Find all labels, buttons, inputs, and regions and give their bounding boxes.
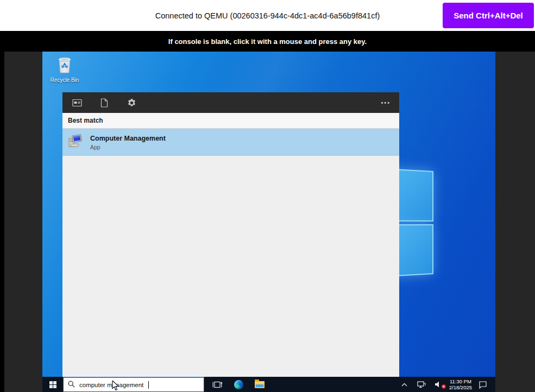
start-search-flyout: ••• Best match Compu xyxy=(62,92,399,377)
connection-title: Connected to QEMU (00260316-944c-4dc1-ac… xyxy=(155,11,380,20)
start-button[interactable] xyxy=(42,377,63,392)
best-match-section-header: Best match xyxy=(62,113,399,129)
notice-text: If console is blank, click it with a mou… xyxy=(168,37,367,46)
result-subtitle: App xyxy=(90,144,166,150)
tray-time: 11:30 PM xyxy=(449,378,472,384)
volume-muted-icon[interactable]: ✕ xyxy=(432,381,444,388)
documents-filter-icon[interactable] xyxy=(98,98,110,108)
chevron-up-icon[interactable] xyxy=(399,383,411,387)
recycle-bin-icon xyxy=(55,66,74,75)
taskbar-search-input[interactable]: computer management xyxy=(63,377,204,392)
best-match-label: Best match xyxy=(68,117,103,124)
settings-filter-icon[interactable] xyxy=(125,98,137,108)
taskbar-pinned-icons xyxy=(211,377,266,392)
text-caret xyxy=(148,381,149,389)
clock[interactable]: 11:30 PM 2/18/2025 xyxy=(449,378,472,390)
taskbar: computer management xyxy=(42,377,495,392)
send-ctrl-alt-del-button[interactable]: Send Ctrl+Alt+Del xyxy=(443,3,534,28)
result-title: Computer Management xyxy=(90,135,166,142)
search-results-empty-area xyxy=(62,156,399,377)
network-icon[interactable] xyxy=(416,381,427,388)
result-text: Computer Management App xyxy=(90,135,166,150)
recycle-bin-shortcut[interactable]: Recycle Bin xyxy=(48,54,81,83)
windows-logo-icon xyxy=(49,381,56,388)
search-query-text: computer management xyxy=(79,382,143,388)
search-icon xyxy=(68,380,75,390)
task-view-icon[interactable] xyxy=(211,381,223,389)
vm-console[interactable]: Recycle Bin xyxy=(42,52,495,392)
edge-icon[interactable] xyxy=(232,380,244,389)
computer-management-icon xyxy=(68,134,83,150)
taskbar-empty-area[interactable] xyxy=(266,377,399,392)
search-filter-header: ••• xyxy=(62,92,399,113)
action-center-icon[interactable] xyxy=(477,381,489,389)
file-explorer-icon[interactable] xyxy=(254,381,266,388)
search-result-computer-management[interactable]: Computer Management App xyxy=(62,129,399,156)
apps-filter-icon[interactable] xyxy=(71,99,83,107)
page-left-edge xyxy=(0,52,4,392)
more-options-icon[interactable]: ••• xyxy=(381,99,391,106)
console-notice-bar: If console is blank, click it with a mou… xyxy=(0,31,535,52)
tray-date: 2/18/2025 xyxy=(449,384,472,390)
volume-muted-badge: ✕ xyxy=(442,384,446,389)
recycle-bin-label: Recycle Bin xyxy=(48,77,81,83)
system-tray: ✕ 11:30 PM 2/18/2025 xyxy=(399,377,495,392)
